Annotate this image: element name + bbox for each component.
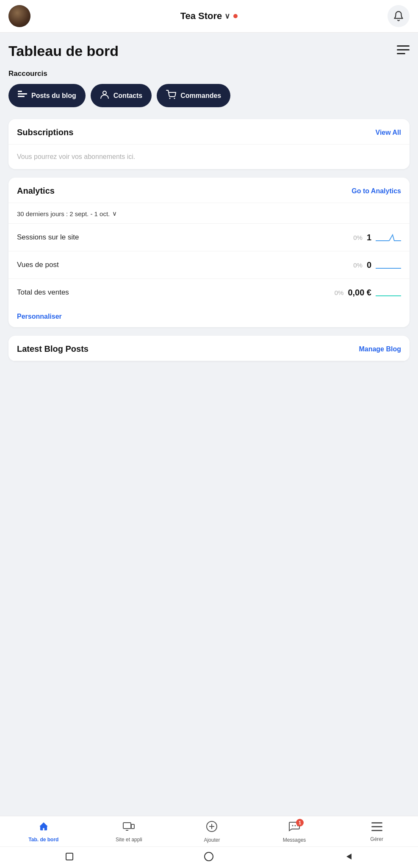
subscriptions-empty: Vous pourrez voir vos abonnements ici. bbox=[17, 153, 135, 160]
nav-site-label: Site et appli bbox=[116, 837, 142, 843]
page-header: Tableau de bord bbox=[8, 43, 410, 59]
blog-manage-link[interactable]: Manage Blog bbox=[359, 345, 401, 353]
svg-rect-13 bbox=[131, 824, 134, 829]
svg-point-25 bbox=[205, 852, 213, 861]
blog-title: Latest Blog Posts bbox=[17, 344, 89, 354]
lines-icon bbox=[371, 821, 382, 835]
store-name: Tea Store bbox=[180, 11, 222, 22]
vues-right: 0% 0 bbox=[353, 259, 401, 271]
subscriptions-header: Subscriptions View All bbox=[8, 119, 410, 145]
svg-rect-5 bbox=[18, 96, 25, 97]
analytics-header: Analytics Go to Analytics bbox=[8, 178, 410, 203]
shortcuts-row: Posts du blog Contacts bbox=[8, 84, 410, 109]
ventes-right: 0% 0,00 € bbox=[335, 287, 401, 298]
shortcuts-label: Raccourcis bbox=[8, 70, 410, 78]
notifications-button[interactable] bbox=[388, 5, 410, 27]
android-back-btn[interactable] bbox=[344, 852, 353, 861]
plus-circle-icon bbox=[206, 821, 218, 835]
analytics-date-row[interactable]: 30 derniers jours : 2 sept. - 1 oct. ∨ bbox=[8, 203, 410, 224]
android-nav bbox=[0, 846, 418, 868]
ventes-pct: 0% bbox=[335, 289, 344, 296]
shortcut-posts[interactable]: Posts du blog bbox=[8, 84, 86, 107]
svg-rect-1 bbox=[397, 49, 410, 50]
main-content: Tableau de bord Raccourcis Posts du bbox=[0, 33, 418, 816]
shortcut-commandes-label: Commandes bbox=[180, 92, 221, 100]
avatar-image bbox=[8, 5, 30, 27]
blog-header: Latest Blog Posts Manage Blog bbox=[8, 336, 410, 361]
house-icon bbox=[38, 821, 49, 835]
svg-rect-22 bbox=[371, 826, 382, 827]
nav-add[interactable]: Ajouter bbox=[199, 821, 224, 843]
top-nav: Tea Store ∨ bbox=[0, 0, 418, 33]
analytics-ventes-row: Total des ventes 0% 0,00 € bbox=[8, 279, 410, 306]
android-square-btn[interactable] bbox=[65, 852, 74, 861]
messages-badge: 1 bbox=[296, 819, 304, 826]
bottom-nav: Tab. de bord Site et appli Ajouter bbox=[0, 816, 418, 846]
svg-rect-2 bbox=[397, 53, 405, 54]
sessions-chart bbox=[376, 231, 401, 243]
vues-pct: 0% bbox=[353, 262, 363, 269]
vues-label: Vues de post bbox=[17, 261, 59, 269]
shortcut-commandes[interactable]: Commandes bbox=[157, 84, 230, 107]
nav-messages[interactable]: 1 Messages bbox=[282, 821, 307, 843]
page-title: Tableau de bord bbox=[8, 43, 119, 59]
svg-rect-12 bbox=[123, 823, 131, 829]
sessions-value: 1 bbox=[367, 233, 371, 242]
blog-icon bbox=[18, 91, 27, 100]
svg-rect-24 bbox=[66, 853, 73, 860]
ventes-label: Total des ventes bbox=[17, 288, 69, 297]
subscriptions-title: Subscriptions bbox=[17, 128, 73, 137]
sessions-pct: 0% bbox=[353, 234, 363, 241]
svg-rect-23 bbox=[371, 830, 382, 831]
svg-point-8 bbox=[174, 98, 175, 99]
vues-value: 0 bbox=[367, 260, 371, 270]
nav-dashboard-label: Tab. de bord bbox=[28, 837, 58, 843]
svg-point-18 bbox=[292, 825, 293, 826]
sessions-right: 0% 1 bbox=[353, 231, 401, 243]
shortcuts-section: Raccourcis Posts du blog bbox=[8, 70, 410, 109]
menu-icon[interactable] bbox=[397, 45, 410, 58]
ventes-chart bbox=[376, 287, 401, 298]
svg-rect-0 bbox=[397, 45, 410, 47]
nav-dashboard[interactable]: Tab. de bord bbox=[28, 821, 58, 843]
shortcut-contacts[interactable]: Contacts bbox=[91, 84, 152, 107]
svg-rect-21 bbox=[371, 822, 382, 823]
store-title-area[interactable]: Tea Store ∨ bbox=[180, 11, 238, 22]
vues-chart bbox=[376, 259, 401, 271]
svg-point-7 bbox=[169, 98, 171, 99]
svg-rect-3 bbox=[18, 91, 22, 92]
avatar[interactable] bbox=[8, 5, 30, 27]
nav-add-label: Ajouter bbox=[204, 837, 220, 843]
shortcut-posts-label: Posts du blog bbox=[31, 92, 76, 100]
analytics-go-link[interactable]: Go to Analytics bbox=[352, 187, 401, 195]
svg-rect-4 bbox=[18, 93, 27, 95]
nav-messages-label: Messages bbox=[283, 837, 306, 843]
svg-point-19 bbox=[295, 825, 296, 826]
nav-site[interactable]: Site et appli bbox=[116, 821, 142, 843]
subscriptions-view-all[interactable]: View All bbox=[376, 129, 401, 136]
devices-icon bbox=[123, 821, 135, 835]
ventes-value: 0,00 € bbox=[348, 288, 371, 298]
status-dot bbox=[233, 14, 238, 18]
cart-icon bbox=[166, 90, 176, 101]
android-circle-btn[interactable] bbox=[203, 851, 214, 862]
analytics-sessions-row: Sessions sur le site 0% 1 bbox=[8, 224, 410, 251]
personalize-link[interactable]: Personnaliser bbox=[8, 306, 70, 327]
svg-point-6 bbox=[103, 91, 106, 95]
analytics-vues-row: Vues de post 0% 0 bbox=[8, 251, 410, 279]
analytics-date-text: 30 derniers jours : 2 sept. - 1 oct. bbox=[17, 210, 110, 217]
svg-marker-26 bbox=[346, 854, 352, 860]
subscriptions-card: Subscriptions View All Vous pourrez voir… bbox=[8, 119, 410, 169]
nav-manage[interactable]: Gérer bbox=[364, 821, 390, 842]
nav-manage-label: Gérer bbox=[370, 836, 383, 842]
chevron-down-date-icon: ∨ bbox=[112, 210, 117, 217]
bell-icon bbox=[393, 11, 404, 22]
chat-icon: 1 bbox=[288, 821, 300, 835]
sessions-label: Sessions sur le site bbox=[17, 233, 79, 242]
analytics-card: Analytics Go to Analytics 30 derniers jo… bbox=[8, 178, 410, 327]
blog-card: Latest Blog Posts Manage Blog bbox=[8, 336, 410, 361]
person-icon bbox=[100, 90, 109, 101]
analytics-title: Analytics bbox=[17, 186, 55, 196]
chevron-down-icon: ∨ bbox=[224, 11, 230, 21]
shortcut-contacts-label: Contacts bbox=[113, 92, 142, 100]
